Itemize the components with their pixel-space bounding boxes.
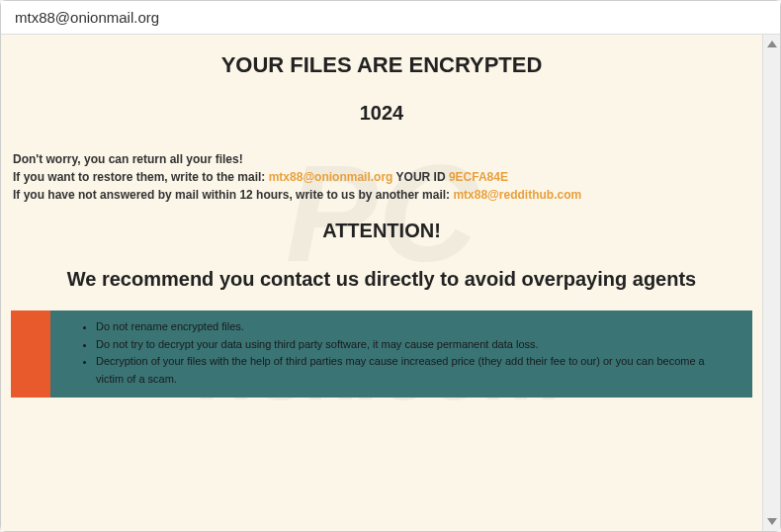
secondary-email: mtx88@reddithub.com — [453, 188, 581, 202]
warning-content: Do not rename encrypted files. Do not tr… — [50, 310, 752, 398]
primary-email: mtx88@onionmail.org — [269, 170, 393, 184]
your-id-label: YOUR ID — [392, 170, 448, 184]
attention-heading: ATTENTION! — [11, 220, 752, 242]
line3-prefix: If you have not answered by mail within … — [13, 188, 453, 202]
line2-prefix: If you want to restore them, write to th… — [13, 170, 269, 184]
info-line-1: Don't worry, you can return all your fil… — [13, 150, 752, 168]
your-id-value: 9ECFA84E — [449, 170, 508, 184]
ransom-content: PC risk.com YOUR FILES ARE ENCRYPTED 102… — [1, 35, 762, 531]
warning-list: Do not rename encrypted files. Do not tr… — [80, 318, 733, 388]
warning-item: Decryption of your files with the help o… — [96, 353, 733, 388]
recommend-text: We recommend you contact us directly to … — [11, 268, 752, 291]
warning-accent-bar — [11, 310, 50, 398]
info-block: Don't worry, you can return all your fil… — [11, 150, 752, 204]
warning-box: Do not rename encrypted files. Do not tr… — [11, 310, 752, 398]
window-titlebar: mtx88@onionmail.org — [1, 1, 780, 35]
id-number: 1024 — [11, 102, 752, 125]
info-line-2: If you want to restore them, write to th… — [13, 168, 752, 186]
ransom-window: mtx88@onionmail.org PC risk.com YOUR FIL… — [0, 0, 781, 532]
warning-item: Do not try to decrypt your data using th… — [96, 336, 733, 354]
scroll-up-icon[interactable] — [767, 41, 777, 47]
main-heading: YOUR FILES ARE ENCRYPTED — [11, 52, 752, 78]
window-title: mtx88@onionmail.org — [15, 9, 159, 26]
scroll-down-icon[interactable] — [767, 518, 777, 525]
content-wrapper: PC risk.com YOUR FILES ARE ENCRYPTED 102… — [1, 35, 780, 531]
scrollbar[interactable] — [762, 35, 780, 531]
info-line-3: If you have not answered by mail within … — [13, 186, 752, 204]
warning-item: Do not rename encrypted files. — [96, 318, 733, 336]
